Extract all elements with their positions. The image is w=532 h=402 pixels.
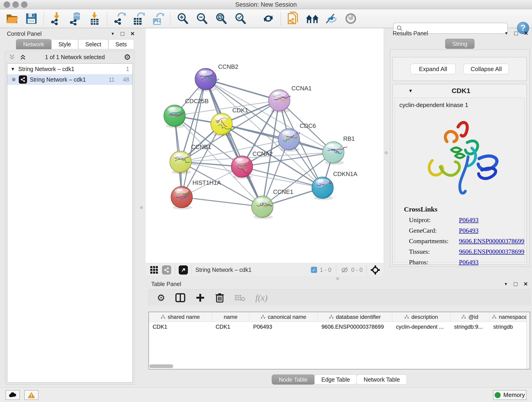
zoom-fit-icon[interactable] bbox=[215, 12, 228, 25]
export-image-icon[interactable] bbox=[151, 12, 165, 25]
selected-checkbox-icon[interactable]: ✓ bbox=[311, 267, 317, 273]
network-row[interactable]: String Network – cdk1 11 48 bbox=[7, 74, 133, 85]
zoom-selected-icon[interactable] bbox=[234, 12, 247, 25]
table-cell[interactable]: CDK1 bbox=[212, 322, 249, 332]
network-options-gear-icon[interactable]: ⚙ bbox=[124, 52, 131, 62]
node-table[interactable]: shared namenamecanonical namedatabase id… bbox=[148, 312, 530, 370]
detach-view-icon[interactable] bbox=[179, 265, 188, 274]
show-columns-icon[interactable] bbox=[175, 293, 185, 303]
network-node-CDKN1A[interactable] bbox=[312, 177, 333, 200]
string-view-icon[interactable] bbox=[162, 265, 171, 274]
panel-close-icon[interactable]: ✕ bbox=[130, 31, 135, 37]
column-header-namespace[interactable]: namespace bbox=[490, 312, 530, 322]
expand-all-icon[interactable] bbox=[20, 54, 26, 60]
network-edge[interactable] bbox=[222, 124, 333, 153]
tab-edge-table[interactable]: Edge Table bbox=[314, 375, 357, 385]
table-options-gear-icon[interactable]: ⚙ bbox=[157, 293, 165, 303]
panel-float-icon[interactable]: □ bbox=[514, 281, 517, 288]
network-canvas[interactable]: CCNB2CCNA1CDC25BCDK1CDC6RB1CCNB1CCNA2CDK… bbox=[146, 28, 384, 263]
network-node-HIST1H1A[interactable] bbox=[171, 186, 192, 210]
panel-collapse-icon[interactable]: ▼ bbox=[505, 31, 508, 36]
panel-collapse-icon[interactable]: ▼ bbox=[504, 282, 508, 287]
tab-sets[interactable]: Sets bbox=[108, 39, 134, 49]
crosslink-link[interactable]: P06493 bbox=[459, 227, 479, 234]
network-node-CDK1[interactable] bbox=[211, 113, 234, 136]
import-network-database-icon[interactable] bbox=[69, 12, 82, 25]
collapse-all-button[interactable]: Collapse All bbox=[463, 64, 509, 74]
crosslink-link[interactable]: 9606.ENSP00000378699 bbox=[459, 237, 524, 245]
table-vertical-scrollbar[interactable] bbox=[526, 312, 530, 369]
network-node-CCNA2[interactable] bbox=[231, 156, 253, 179]
tab-network-table[interactable]: Network Table bbox=[356, 375, 407, 385]
delete-table-icon bbox=[234, 294, 245, 302]
enhanced-labels-icon[interactable] bbox=[325, 12, 338, 25]
gene-disclosure-icon[interactable]: ▼ bbox=[408, 88, 416, 94]
add-column-icon[interactable] bbox=[196, 293, 205, 303]
import-table-icon[interactable] bbox=[88, 12, 101, 25]
crosslink-link[interactable]: P06493 bbox=[459, 216, 479, 224]
string-import-icon[interactable] bbox=[286, 12, 300, 25]
table-cell[interactable]: P06493 bbox=[249, 322, 318, 332]
right-splitter-handle[interactable] bbox=[385, 151, 388, 154]
crosslink-link[interactable]: P06493 bbox=[459, 259, 479, 266]
table-cell[interactable]: stringdb bbox=[490, 322, 530, 332]
string-home-icon[interactable] bbox=[306, 12, 319, 25]
network-node-CCNE1[interactable] bbox=[252, 196, 273, 219]
open-session-icon[interactable] bbox=[6, 12, 19, 25]
panel-collapse-icon[interactable]: ▼ bbox=[111, 32, 115, 36]
collection-disclosure-icon[interactable]: ▼ bbox=[11, 66, 18, 72]
tab-style[interactable]: Style bbox=[51, 39, 78, 49]
birds-eye-view-icon[interactable] bbox=[150, 266, 158, 274]
network-collection-row[interactable]: ▼ String Network – cdk1 1 bbox=[7, 64, 133, 74]
network-node-RB1[interactable] bbox=[323, 142, 347, 165]
network-node-CDC25B[interactable] bbox=[164, 105, 185, 128]
zoom-out-icon[interactable] bbox=[195, 12, 209, 25]
column-header-canonical-name[interactable]: canonical name bbox=[249, 312, 318, 322]
save-session-icon[interactable] bbox=[25, 12, 38, 25]
hidden-eye-icon bbox=[341, 267, 348, 274]
table-cell[interactable]: CDK1 bbox=[149, 322, 212, 332]
glass-sphere-icon[interactable] bbox=[344, 12, 357, 25]
export-network-icon[interactable] bbox=[113, 12, 126, 25]
panel-float-icon[interactable]: □ bbox=[514, 30, 518, 37]
expand-all-button[interactable]: Expand All bbox=[410, 64, 456, 74]
panel-close-icon[interactable]: ✕ bbox=[524, 30, 528, 36]
column-header-database-identifier[interactable]: database identifier bbox=[318, 312, 392, 322]
table-row[interactable]: CDK1CDK1P064939606.ENSP00000378699cyclin… bbox=[149, 322, 530, 332]
tab-select[interactable]: Select bbox=[78, 39, 108, 49]
zoom-in-icon[interactable] bbox=[176, 12, 189, 25]
column-header-name[interactable]: name bbox=[212, 312, 249, 322]
column-header-description[interactable]: description bbox=[392, 312, 450, 322]
memory-button[interactable]: Memory bbox=[493, 390, 526, 400]
network-node-CDC6[interactable] bbox=[278, 128, 300, 152]
tab-network[interactable]: Network bbox=[16, 39, 51, 49]
apply-layout-icon[interactable] bbox=[262, 12, 275, 25]
column-header-label: shared name bbox=[168, 314, 200, 320]
panel-float-icon[interactable]: □ bbox=[120, 30, 124, 37]
network-edge[interactable] bbox=[182, 197, 262, 207]
delete-column-icon[interactable] bbox=[215, 293, 224, 303]
tab-string[interactable]: String bbox=[445, 39, 474, 49]
warning-button[interactable] bbox=[24, 390, 38, 400]
network-view[interactable]: CCNB2CCNA1CDC25BCDK1CDC6RB1CCNB1CCNA2CDK… bbox=[146, 28, 384, 263]
import-network-file-icon[interactable] bbox=[50, 12, 63, 25]
network-node-CCNB1[interactable] bbox=[170, 151, 191, 174]
collection-count: 1 bbox=[126, 66, 129, 72]
table-horizontal-scrollbar[interactable] bbox=[149, 364, 173, 368]
table-cell[interactable]: cyclin-dependent ... bbox=[392, 322, 450, 332]
cloud-button[interactable] bbox=[6, 390, 20, 400]
column-header-shared-name[interactable]: shared name bbox=[149, 312, 212, 322]
table-cell[interactable]: 9606.ENSP00000378699 bbox=[318, 322, 392, 332]
collapse-all-icon[interactable] bbox=[9, 54, 15, 60]
table-cell[interactable]: stringdb:9... bbox=[450, 322, 490, 332]
column-header-@id[interactable]: @id bbox=[450, 312, 490, 322]
left-splitter-handle[interactable] bbox=[140, 206, 143, 209]
export-table-icon[interactable] bbox=[132, 12, 145, 25]
network-edge[interactable] bbox=[206, 79, 262, 207]
panel-close-icon[interactable]: ✕ bbox=[524, 281, 528, 287]
navigate-crosshair-icon[interactable] bbox=[370, 265, 380, 275]
network-node-CCNA1[interactable] bbox=[268, 89, 291, 113]
tab-node-table[interactable]: Node Table bbox=[272, 375, 315, 385]
bottom-splitter-handle[interactable] bbox=[336, 277, 339, 280]
crosslink-link[interactable]: 9606.ENSP00000378699 bbox=[459, 248, 524, 255]
